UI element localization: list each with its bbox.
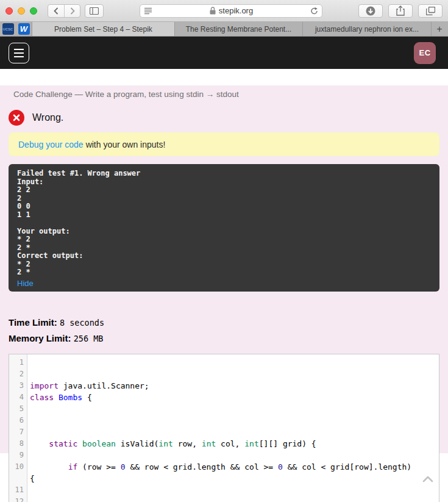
code-line: 12 [9, 496, 439, 502]
share-button[interactable] [388, 4, 413, 18]
forward-button[interactable] [64, 5, 80, 17]
code-token: int [158, 439, 172, 448]
window-controls [5, 7, 37, 15]
tab-label: The Resting Membrane Potent... [186, 25, 291, 34]
code-token: int [202, 439, 216, 448]
code-line: 5 [9, 403, 439, 415]
wrong-status-icon [9, 110, 24, 126]
challenge-title: Code Challenge — Write a program, test u… [9, 90, 439, 99]
lock-icon [210, 7, 216, 15]
line-number: 9 [9, 450, 27, 461]
code-line-content[interactable]: class Bombs { [27, 392, 439, 403]
status-text: Wrong. [32, 112, 63, 123]
code-token: [][] grid) { [259, 439, 316, 448]
line-number: 3 [9, 380, 27, 392]
code-line-content[interactable] [27, 496, 439, 502]
submission-status-row: Wrong. [9, 109, 439, 126]
code-line: 6 [9, 415, 439, 426]
code-line: 2 [9, 368, 439, 380]
code-line: 11 [9, 484, 439, 496]
limits-section: Time Limit: 8 seconds Memory Limit: 256 … [9, 317, 439, 343]
code-token: if [68, 462, 78, 472]
refresh-icon[interactable] [310, 7, 318, 15]
code-line: 3import java.util.Scanner; [9, 380, 439, 392]
code-token: int [244, 439, 258, 448]
code-token [77, 439, 82, 448]
toolbar-right-buttons [358, 4, 443, 18]
code-line-content[interactable]: import java.util.Scanner; [27, 380, 439, 392]
downloads-button[interactable] [358, 4, 383, 18]
plus-icon: + [436, 24, 442, 35]
time-limit-value: 8 seconds [60, 318, 104, 328]
minimize-window-button[interactable] [18, 7, 25, 15]
code-token: && row < grid.length && col >= [126, 462, 278, 472]
code-line-content[interactable]: if (row >= 0 && row < grid.length && col… [27, 461, 439, 484]
code-token: class [30, 393, 54, 402]
hamburger-menu-button[interactable] [9, 43, 29, 63]
line-number: 11 [9, 484, 27, 496]
new-tab-button[interactable]: + [432, 22, 447, 36]
code-line-content[interactable] [27, 368, 439, 380]
line-number: 12 [9, 496, 27, 502]
line-number: 5 [9, 403, 27, 415]
chevron-up-icon [422, 475, 433, 482]
url-text-wrap: stepik.org [152, 6, 310, 15]
back-button[interactable] [48, 5, 64, 17]
main-content: Code Challenge — Write a program, test u… [0, 85, 448, 453]
address-bar[interactable]: stepik.org [140, 4, 322, 18]
tab-juxtamedullary[interactable]: juxtamedullary nephron ion ex... [303, 22, 432, 36]
code-line: 9 [9, 450, 439, 461]
code-line: 4class Bombs { [9, 392, 439, 403]
code-line-content[interactable] [27, 450, 439, 461]
chevron-left-icon [54, 7, 59, 15]
tab-problem-set[interactable]: Problem Set – Step 4 – Stepik [32, 22, 175, 36]
tab-overview-button[interactable] [418, 4, 443, 18]
code-line-content[interactable] [27, 415, 439, 426]
site-header: EC [0, 37, 448, 69]
code-token: row, [173, 439, 202, 448]
sidebar-toggle-button[interactable] [85, 4, 104, 18]
code-token: isValid( [116, 439, 158, 448]
code-line-content[interactable] [27, 484, 439, 496]
chevron-right-icon [70, 7, 75, 15]
memory-limit-row: Memory Limit: 256 MB [9, 333, 439, 343]
debug-your-code-link[interactable]: Debug your code [18, 140, 84, 149]
line-number: 7 [9, 426, 27, 438]
user-avatar[interactable]: EC [414, 42, 436, 64]
code-token: 0 [121, 462, 126, 472]
code-token: Bombs [59, 393, 82, 402]
pinned-tabs: UCSC W [0, 22, 32, 36]
tabs-icon [426, 7, 435, 15]
code-editor[interactable]: 123import java.util.Scanner;4class Bombs… [9, 354, 439, 502]
browser-toolbar: stepik.org [0, 0, 448, 22]
zoom-window-button[interactable] [30, 7, 37, 15]
code-line-content[interactable] [27, 357, 439, 368]
pinned-tab-w[interactable]: W [18, 23, 30, 35]
line-number: 2 [9, 368, 27, 380]
history-nav [48, 4, 80, 18]
code-line-content[interactable] [27, 403, 439, 415]
collapse-editor-button[interactable] [422, 475, 433, 482]
code-line: 7 [9, 426, 439, 438]
code-line-content[interactable] [27, 426, 439, 438]
pinned-tab-ucsc[interactable]: UCSC [2, 23, 14, 35]
reader-view-icon[interactable] [144, 7, 152, 15]
code-line: 1 [9, 357, 439, 368]
sidebar-icon [90, 7, 99, 15]
code-token: boolean [82, 439, 116, 448]
banner-text: with your own inputs! [86, 140, 166, 149]
code-token: col, [216, 439, 244, 448]
code-line: 8 static boolean isValid(int row, int co… [9, 438, 439, 450]
close-window-button[interactable] [5, 7, 13, 15]
code-token: import [30, 381, 59, 390]
code-token [30, 439, 49, 448]
hide-link[interactable]: Hide [17, 279, 34, 288]
code-line-content[interactable]: static boolean isValid(int row, int col,… [27, 438, 439, 450]
hamburger-icon [14, 49, 24, 50]
ucsc-favicon: UCSC [3, 27, 13, 31]
tab-resting-membrane[interactable]: The Resting Membrane Potent... [175, 22, 303, 36]
tab-label: Problem Set – Step 4 – Stepik [54, 25, 152, 34]
time-limit-row: Time Limit: 8 seconds [9, 317, 439, 328]
code-token: java.util.Scanner; [59, 381, 149, 390]
failed-test-block: Failed test #1. Wrong answer Input: 2 2 … [9, 164, 439, 292]
